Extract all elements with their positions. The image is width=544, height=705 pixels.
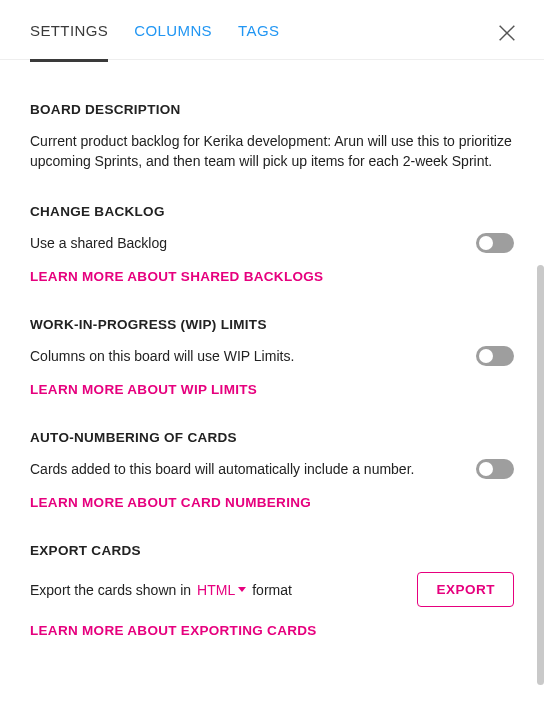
section-wip-limits: WORK-IN-PROGRESS (WIP) LIMITS Columns on… bbox=[30, 285, 514, 398]
panel-header: SETTINGS COLUMNS TAGS bbox=[0, 0, 544, 60]
tab-bar: SETTINGS COLUMNS TAGS bbox=[30, 22, 279, 62]
section-title: CHANGE BACKLOG bbox=[30, 204, 514, 219]
chevron-down-icon bbox=[238, 587, 246, 592]
section-title: AUTO-NUMBERING OF CARDS bbox=[30, 430, 514, 445]
export-format-select[interactable]: HTML bbox=[197, 582, 246, 598]
board-description-text: Current product backlog for Kerika devel… bbox=[30, 131, 514, 172]
shared-backlog-label: Use a shared Backlog bbox=[30, 233, 460, 253]
shared-backlog-toggle[interactable] bbox=[476, 233, 514, 253]
export-button[interactable]: EXPORT bbox=[417, 572, 514, 607]
export-format-value: HTML bbox=[197, 582, 235, 598]
wip-limits-toggle[interactable] bbox=[476, 346, 514, 366]
tab-tags[interactable]: TAGS bbox=[238, 22, 279, 62]
close-button[interactable] bbox=[496, 22, 518, 44]
export-prefix-text: Export the cards shown in bbox=[30, 582, 191, 598]
scrollbar-thumb[interactable] bbox=[537, 265, 544, 685]
settings-panel: SETTINGS COLUMNS TAGS BOARD DESCRIPTION … bbox=[0, 0, 544, 705]
auto-numbering-label: Cards added to this board will automatic… bbox=[30, 459, 460, 479]
learn-more-exporting-cards[interactable]: LEARN MORE ABOUT EXPORTING CARDS bbox=[30, 623, 317, 638]
tab-settings[interactable]: SETTINGS bbox=[30, 22, 108, 62]
section-title: EXPORT CARDS bbox=[30, 543, 514, 558]
export-format-row: Export the cards shown in HTML format bbox=[30, 582, 292, 598]
learn-more-card-numbering[interactable]: LEARN MORE ABOUT CARD NUMBERING bbox=[30, 495, 311, 510]
section-title: WORK-IN-PROGRESS (WIP) LIMITS bbox=[30, 317, 514, 332]
wip-limits-label: Columns on this board will use WIP Limit… bbox=[30, 346, 460, 366]
panel-content: BOARD DESCRIPTION Current product backlo… bbox=[0, 60, 544, 705]
section-export-cards: EXPORT CARDS Export the cards shown in H… bbox=[30, 511, 514, 639]
section-board-description: BOARD DESCRIPTION Current product backlo… bbox=[30, 70, 514, 172]
tab-columns[interactable]: COLUMNS bbox=[134, 22, 212, 62]
learn-more-wip-limits[interactable]: LEARN MORE ABOUT WIP LIMITS bbox=[30, 382, 257, 397]
section-change-backlog: CHANGE BACKLOG Use a shared Backlog LEAR… bbox=[30, 172, 514, 285]
section-auto-numbering: AUTO-NUMBERING OF CARDS Cards added to t… bbox=[30, 398, 514, 511]
close-icon bbox=[496, 22, 518, 44]
section-title: BOARD DESCRIPTION bbox=[30, 102, 514, 117]
auto-numbering-toggle[interactable] bbox=[476, 459, 514, 479]
export-suffix-text: format bbox=[252, 582, 292, 598]
learn-more-shared-backlogs[interactable]: LEARN MORE ABOUT SHARED BACKLOGS bbox=[30, 269, 323, 284]
